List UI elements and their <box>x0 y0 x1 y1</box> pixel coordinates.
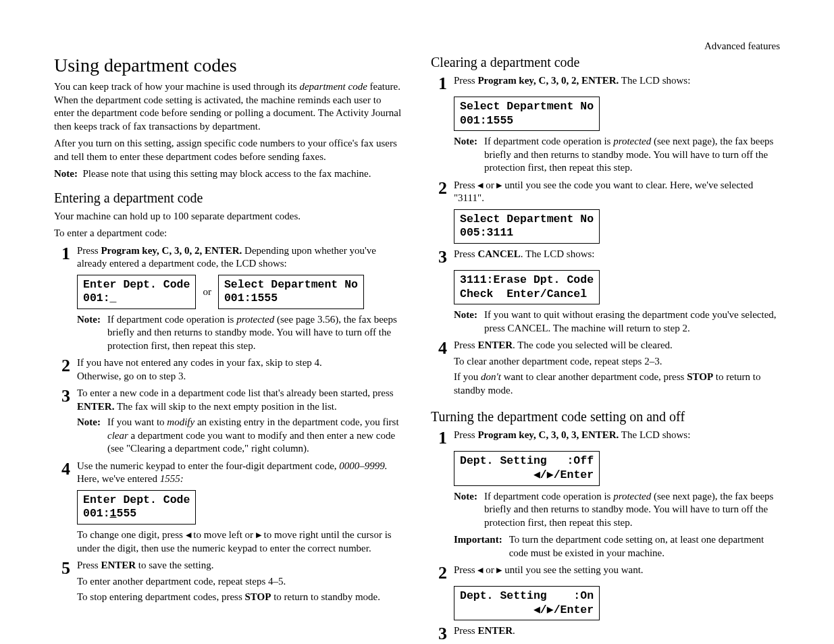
step-note: Note: If department code operation is pr… <box>454 135 779 175</box>
key-name: ENTER <box>477 625 513 636</box>
step-2: 2 If you have not entered any codes in y… <box>54 356 402 383</box>
step-body: Press ENTER. The code you selected will … <box>454 339 779 400</box>
emphasis: don't <box>481 371 501 382</box>
emphasis: department code <box>299 81 367 92</box>
text: Here, we've entered <box>77 473 160 484</box>
key-name: STOP <box>244 591 271 602</box>
note-label: Note: <box>54 168 78 179</box>
text: a department code you want to modify and… <box>107 430 395 454</box>
clear-step-1: 1 Press Program key, C, 3, 0, 2, ENTER. … <box>431 74 779 92</box>
lcd-row: 3111:Erase Dpt. Code Check Enter/Cancel <box>454 270 779 304</box>
lcd-row: Dept. Setting :On ◀/▶/Enter <box>454 586 779 620</box>
text: To stop entering department codes, press <box>77 591 244 602</box>
text: an existing entry in the department code… <box>194 417 398 427</box>
left-arrow-icon <box>186 529 191 540</box>
text: or <box>483 564 496 575</box>
key-name: C <box>162 245 170 256</box>
key-name: C <box>539 429 546 440</box>
key-name: ENTER. <box>77 401 114 412</box>
key-name: ENTER. <box>205 245 242 256</box>
text: want to clear another department code, p… <box>501 371 687 382</box>
text: To clear another department code, repeat… <box>454 355 779 369</box>
step-4-followup: To change one digit, press to move left … <box>77 529 402 555</box>
key-name: LCD <box>236 258 256 269</box>
note-label: Note: <box>77 416 101 456</box>
subheading-entering: Entering a department code <box>54 190 402 206</box>
step-body: Use the numeric keypad to enter the four… <box>77 460 402 486</box>
step-note: Note: If department code operation is pr… <box>77 313 402 353</box>
text: shows: <box>660 75 690 86</box>
emphasis: protected <box>236 314 274 325</box>
note-label: Note: <box>77 313 101 353</box>
note-text: If you want to quit without erasing the … <box>484 308 779 335</box>
text: to save the setting. <box>136 560 213 570</box>
text: to move left or <box>191 529 256 540</box>
emphasis: modify <box>167 417 194 427</box>
intro-paragraph-2: After you turn on this setting, assign s… <box>54 137 402 163</box>
text: Use the numeric keypad to enter the four… <box>77 460 339 471</box>
key-name: ENTER. <box>581 75 619 86</box>
subheading-clearing: Clearing a department code <box>431 55 779 70</box>
step-body: Press Program key, C, 3, 0, 2, ENTER. De… <box>77 244 402 271</box>
subheading-toggle: Turning the department code setting on a… <box>431 409 779 425</box>
lcd-display: 3111:Erase Dpt. Code Check Enter/Cancel <box>454 270 600 304</box>
lcd-row: Dept. Setting :Off ◀/▶/Enter <box>454 451 779 485</box>
toggle-step-3: 3 Press ENTER. <box>431 624 779 643</box>
step-3: 3 To enter a new code in a department co… <box>54 387 402 413</box>
text: If you <box>454 371 481 382</box>
header-section: Advanced features <box>54 41 780 52</box>
emphasis: 1555: <box>160 473 184 484</box>
sub-intro-2: To enter a department code: <box>54 227 402 240</box>
key-name: LCD <box>544 248 564 259</box>
step-1: 1 Press Program key, C, 3, 0, 2, ENTER. … <box>54 244 402 271</box>
step-number: 5 <box>54 559 70 607</box>
step-number: 1 <box>431 429 447 447</box>
lcd-row: Enter Dept. Code 001:1555 <box>77 490 402 525</box>
step-note: Note: If department code operation is pr… <box>454 490 779 530</box>
step-note: Note: If you want to modify an existing … <box>77 416 402 456</box>
text: The fax will skip to the next empty posi… <box>114 401 336 412</box>
text: Press <box>77 560 101 570</box>
sub-intro-1: Your machine can hold up to 100 separate… <box>54 210 402 223</box>
note-text: If department code operation is protecte… <box>484 135 779 175</box>
text: To enter a new code in a department code… <box>77 387 394 398</box>
key-name: CANCEL <box>477 248 520 259</box>
step-body: If you have not entered any codes in you… <box>77 356 402 383</box>
text: If department code operation is <box>484 491 613 502</box>
toggle-step-2: 2 Press or until you see the setting you… <box>431 564 779 582</box>
toggle-step-1: 1 Press Program key, C, 3, 0, 3, ENTER. … <box>431 429 779 447</box>
text: or <box>483 180 496 190</box>
text: If you want to <box>107 417 167 427</box>
text: To change one digit, press <box>77 529 186 540</box>
emphasis: 0000–9999. <box>339 460 387 471</box>
text: shows: <box>256 258 286 269</box>
text: If department code operation is <box>484 136 613 146</box>
right-arrow-icon <box>256 529 261 540</box>
lcd-display: Select Department No 001:1555 <box>218 275 364 309</box>
text: Press <box>454 248 477 259</box>
emphasis: clear <box>107 430 128 441</box>
step-body: Press Program key, C, 3, 0, 2, ENTER. Th… <box>454 74 779 92</box>
note-block: Note: Please note that using this settin… <box>54 167 402 181</box>
step-number: 3 <box>54 387 70 413</box>
key-name: ENTER. <box>581 429 619 440</box>
key-name: CANCEL <box>508 323 548 333</box>
text: shows: <box>660 429 690 440</box>
text: shows: <box>564 248 594 259</box>
lcd-display: Dept. Setting :On ◀/▶/Enter <box>454 586 600 620</box>
step-number: 2 <box>431 564 447 582</box>
text: , 3, 0, 2, <box>546 75 581 86</box>
note-text: If department code operation is protecte… <box>484 490 779 530</box>
step-body: Press or until you see the setting you w… <box>454 564 779 582</box>
note-label: Note: <box>454 135 477 175</box>
emphasis: protected <box>613 491 651 502</box>
clear-step-3: 3 Press CANCEL. The LCD shows: <box>431 248 779 266</box>
step-body: Press ENTER to save the setting. To ente… <box>77 559 402 607</box>
lcd-row: Select Department No 005:3111 <box>454 209 779 244</box>
text: Press <box>454 564 477 575</box>
step-number: 1 <box>431 74 447 92</box>
key-name: LCD <box>640 75 660 86</box>
clear-step-2: 2 Press or until you see the code you wa… <box>431 179 779 205</box>
text: Program key, <box>101 245 161 256</box>
text: You can keep track of how your machine i… <box>54 81 299 92</box>
